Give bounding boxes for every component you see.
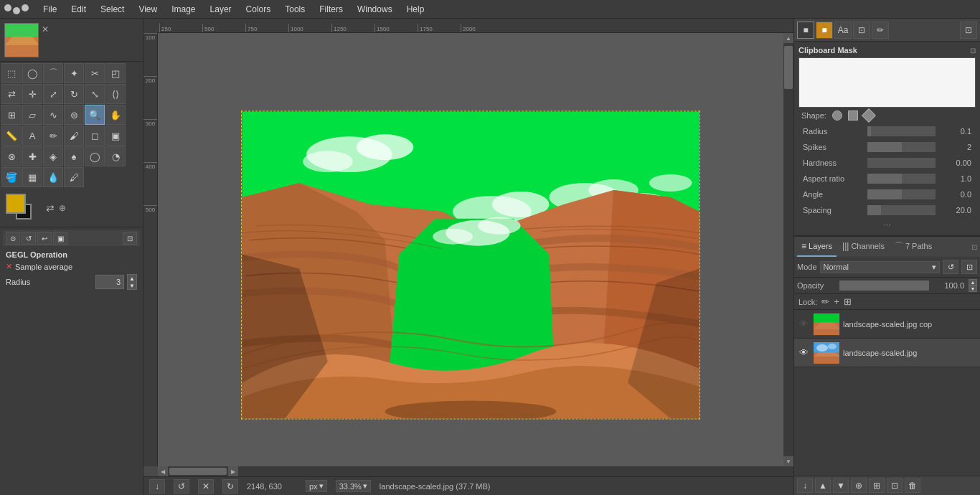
menu-image[interactable]: Image — [169, 3, 198, 16]
tool-pan[interactable]: ✋ — [105, 105, 126, 125]
tab-paths[interactable]: ⌒ 7 Paths — [890, 237, 936, 257]
tool-bucket[interactable]: 🪣 — [1, 167, 22, 187]
section-expand-icon[interactable]: ⊡ — [970, 47, 976, 55]
move-layer-up-button[interactable]: ▲ — [815, 478, 831, 493]
tool-measure[interactable]: 📏 — [1, 126, 22, 146]
new-layer-group-button[interactable]: ↓ — [797, 478, 813, 493]
tool-heal[interactable]: ✚ — [22, 146, 42, 166]
tool-paths[interactable]: 🖊 — [64, 167, 84, 187]
move-layer-down-button[interactable]: ▼ — [833, 478, 849, 493]
scrollbar-up-arrow[interactable]: ▲ — [783, 33, 793, 43]
layer-visibility-copy[interactable]: 👁 — [797, 318, 810, 331]
menu-help[interactable]: Help — [404, 3, 428, 16]
tool-options-tab-image[interactable]: ▣ — [53, 232, 67, 245]
menu-windows[interactable]: Windows — [354, 3, 395, 16]
tool-smudge[interactable]: ♠ — [64, 146, 84, 166]
tool-scissors[interactable]: ✂ — [85, 63, 105, 83]
status-redo-button[interactable]: ↻ — [222, 479, 238, 494]
tool-paintbrush[interactable]: 🖌 — [64, 126, 84, 146]
tool-perspective[interactable]: ▱ — [22, 105, 42, 125]
horizontal-scrollbar[interactable]: ◀ ▶ — [158, 466, 793, 476]
tool-crop[interactable]: ⤢ — [43, 84, 63, 104]
lock-paint-icon[interactable]: ✏ — [821, 296, 829, 307]
layer-visibility-original[interactable]: 👁 — [797, 346, 810, 359]
spikes-slider[interactable] — [867, 142, 936, 152]
zoom-selector[interactable]: 33.3% ▾ — [336, 480, 371, 492]
panel-collapse-button[interactable]: ⊡ — [960, 22, 977, 39]
foreground-color[interactable] — [6, 194, 26, 214]
scrollbar-handle-v[interactable] — [784, 46, 793, 89]
merge-layers-button[interactable]: ⊡ — [887, 478, 903, 493]
menu-filters[interactable]: Filters — [316, 3, 346, 16]
delete-layer-button[interactable]: 🗑 — [905, 478, 920, 493]
tool-fg-select[interactable]: ◰ — [105, 63, 126, 83]
mode-reset-button[interactable]: ↺ — [943, 260, 958, 274]
anchor-layer-button[interactable]: ⊞ — [869, 478, 885, 493]
vertical-scrollbar[interactable]: ▲ ▼ — [783, 33, 793, 466]
tool-warp[interactable]: ∿ — [43, 105, 63, 125]
tool-blend[interactable]: ▦ — [22, 167, 42, 187]
canvas-viewport[interactable] — [158, 33, 783, 466]
tab-layers[interactable]: ≡ Layers — [797, 237, 837, 257]
tool-zoom[interactable]: 🔍 — [85, 105, 105, 125]
opacity-spinner[interactable]: ▲ ▼ — [969, 279, 977, 292]
panel-tab-patterns[interactable]: ■ — [816, 22, 833, 39]
tool-eraser[interactable]: ◻ — [85, 126, 105, 146]
panel-tab-tool-presets[interactable]: ✏ — [872, 22, 889, 39]
radius-up-arrow[interactable]: ▲ — [128, 275, 136, 282]
tab-channels[interactable]: ||| Channels — [838, 237, 889, 257]
tool-options-tab-icon[interactable]: ⊙ — [6, 232, 20, 245]
tool-dodge[interactable]: ◯ — [85, 146, 105, 166]
menu-layer[interactable]: Layer — [207, 3, 235, 16]
scrollbar-left-arrow[interactable]: ◀ — [158, 466, 168, 476]
opacity-slider[interactable] — [839, 280, 929, 291]
lock-position-icon[interactable]: + — [834, 296, 839, 307]
lock-all-icon[interactable]: ⊞ — [844, 296, 852, 307]
tool-airbrush[interactable]: ▣ — [105, 126, 126, 146]
menu-view[interactable]: View — [136, 3, 160, 16]
tool-free-select[interactable]: ⌒ — [43, 63, 63, 83]
panel-tab-fonts[interactable]: Aa — [834, 22, 852, 39]
scrollbar-down-arrow[interactable]: ▼ — [783, 456, 793, 466]
shape-circle-button[interactable] — [832, 110, 842, 121]
radius-down-arrow[interactable]: ▼ — [128, 282, 136, 289]
menu-select[interactable]: Select — [98, 3, 127, 16]
canvas-image[interactable] — [241, 111, 700, 420]
duplicate-layer-button[interactable]: ⊕ — [851, 478, 867, 493]
menu-edit[interactable]: Edit — [68, 3, 89, 16]
tool-move[interactable]: ✛ — [22, 84, 42, 104]
tool-blur[interactable]: ◔ — [105, 146, 126, 166]
menu-colors[interactable]: Colors — [243, 3, 274, 16]
layer-item-original[interactable]: 👁 landscape-scaled.jpg — [794, 339, 980, 367]
image-thumbnail[interactable]: ✕ — [1, 20, 52, 60]
swap-colors-icon[interactable]: ⇄ — [46, 202, 55, 214]
menu-file[interactable]: File — [40, 3, 60, 16]
aspect-ratio-slider[interactable] — [867, 174, 936, 184]
mode-extra-button[interactable]: ⊡ — [961, 260, 977, 274]
hardness-slider[interactable] — [867, 158, 936, 168]
layers-panel-expand[interactable]: ⊡ — [971, 243, 977, 251]
tool-options-tab-reset[interactable]: ↩ — [37, 232, 52, 245]
menu-tools[interactable]: Tools — [282, 3, 308, 16]
tool-rect-select[interactable]: ⬚ — [1, 63, 22, 83]
tool-clone[interactable]: ◈ — [43, 146, 63, 166]
tool-options-tab-refresh[interactable]: ↺ — [22, 232, 36, 245]
tool-scale[interactable]: ⤡ — [85, 84, 105, 104]
status-cancel-button[interactable]: ✕ — [198, 479, 214, 494]
tool-fuzzy-select[interactable]: ✦ — [64, 63, 84, 83]
mode-selector[interactable]: Normal ▾ — [820, 261, 940, 273]
more-options-icon[interactable]: ··· — [883, 220, 890, 230]
tool-pencil[interactable]: ✏ — [43, 126, 63, 146]
tool-align[interactable]: ⇄ — [1, 84, 22, 104]
status-undo-button[interactable]: ↺ — [174, 479, 189, 494]
panel-tab-document[interactable]: ⊡ — [853, 22, 870, 39]
tool-ellipse-select[interactable]: ◯ — [22, 63, 42, 83]
panel-tab-color[interactable]: ■ — [797, 22, 814, 39]
shape-diamond-button[interactable] — [862, 108, 876, 123]
tool-color-picker[interactable]: 💧 — [43, 167, 63, 187]
status-save-button[interactable]: ↓ — [149, 479, 165, 494]
scrollbar-right-arrow[interactable]: ▶ — [228, 466, 238, 476]
radius-spinner-arrows[interactable]: ▲ ▼ — [127, 274, 137, 290]
shape-square-button[interactable] — [848, 110, 858, 121]
spacing-slider[interactable] — [867, 205, 936, 215]
